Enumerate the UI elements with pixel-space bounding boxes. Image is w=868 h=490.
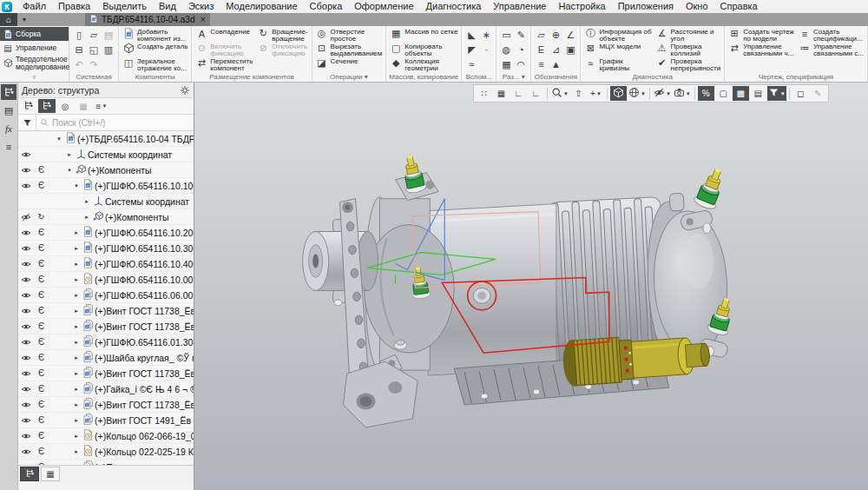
- dropdown-caret-icon[interactable]: ▼: [780, 91, 786, 96]
- ribbon-button-note-angle[interactable]: ∠: [563, 28, 577, 42]
- dropdown-caret-icon[interactable]: ▼: [596, 91, 602, 96]
- ribbon-button-curvature-graph[interactable]: ≈График кривизны: [583, 57, 652, 71]
- ribbon-button-layout-pen[interactable]: ✎: [514, 28, 528, 42]
- visibility-eye-icon[interactable]: [18, 228, 34, 238]
- tree-item[interactable]: ▾(+)ТБДР.654116.10-04 ТБДР.654116.10-04: [18, 131, 194, 147]
- ribbon-button-folder-open[interactable]: ▱: [87, 28, 101, 42]
- ribbon-button-layout-part[interactable]: ◔: [514, 43, 528, 56]
- visibility-eye-icon[interactable]: [18, 243, 34, 254]
- tree-toolbar-tree-relations[interactable]: ◎: [56, 99, 74, 113]
- view-button-workspace-pages[interactable]: ▢: [715, 86, 732, 101]
- tree-item[interactable]: Є▸(+)ГШФЮ.654116.10.002-01 ГШФЮ.654116.1…: [18, 272, 194, 288]
- ribbon-button-doc-new[interactable]: ▯: [72, 28, 86, 42]
- menu-Вид[interactable]: Вид: [153, 0, 182, 13]
- ribbon-button-section[interactable]: ◪Сечение: [315, 57, 384, 71]
- tree-toolbar-tree-composition[interactable]: [38, 99, 56, 113]
- filter-funnel-icon[interactable]: [18, 115, 36, 130]
- view-button-simplified-display[interactable]: %: [698, 86, 714, 101]
- ribbon-button-create-spec[interactable]: ≡Создать спецификаци...: [798, 28, 865, 42]
- expand-arrow-icon[interactable]: ▸: [72, 323, 81, 330]
- tree-item[interactable]: Є▸(+)Шайба круглая_ ©Ў гўГ«. 4 ГЬ: [18, 350, 194, 366]
- dropdown-caret-icon[interactable]: ▼: [102, 103, 107, 109]
- strip-panel-tree[interactable]: [1, 84, 16, 100]
- tree-item[interactable]: Є▾(+)ГШФЮ.654116.10.100-04 ГШФЮ.654116.1…: [18, 178, 194, 194]
- expand-arrow-icon[interactable]: ▸: [65, 151, 74, 158]
- expand-arrow-icon[interactable]: ▸: [72, 354, 81, 361]
- ribbon-button-coincide[interactable]: AСовпадение: [194, 28, 253, 42]
- ribbon-button-manage-specs[interactable]: ≔Управление связанными с...: [798, 43, 865, 56]
- viewport-3d[interactable]: ∷▦∟∟▼⇧+▼▼▼▼%▢▩▤▼◻✎: [194, 83, 868, 490]
- view-button-orientation-walk[interactable]: +▼: [588, 86, 604, 101]
- menu-Справка[interactable]: Справка: [714, 0, 764, 13]
- tree-toolbar-tree-structure[interactable]: [20, 99, 37, 113]
- visibility-eye-icon[interactable]: [18, 431, 34, 441]
- visibility-eye-icon[interactable]: [18, 400, 34, 410]
- ribbon-button-hole-simple[interactable]: ◎Отверстие простое: [315, 28, 384, 42]
- expand-arrow-icon[interactable]: ▸: [72, 386, 81, 393]
- expand-arrow-icon[interactable]: ▾: [72, 182, 81, 189]
- ribbon-button-geometry-collection[interactable]: ◆Коллекция геометрии: [389, 57, 458, 71]
- dropdown-caret-icon[interactable]: ▼: [641, 91, 646, 96]
- expand-arrow-icon[interactable]: ▾: [65, 167, 74, 174]
- tree-item[interactable]: Є▸(+)Винт ГОСТ 11738_Ёв М3-6 А2 Винт ГОС…: [18, 319, 194, 334]
- menu-Правка[interactable]: Правка: [52, 0, 96, 13]
- dropdown-caret-icon[interactable]: ▼: [666, 91, 671, 96]
- tree-item[interactable]: Є▸(+)ГШФЮ.654116.10.200new4 ГШФЮ.654116.…: [18, 225, 194, 241]
- ribbon-button-print[interactable]: ⊟: [72, 43, 86, 56]
- ribbon-button-aux-axis[interactable]: ∗: [479, 28, 493, 42]
- tree-item[interactable]: Є▸(+)ГШФЮ.654116.10.400-04 ГШФЮ.654116.1…: [18, 256, 194, 272]
- view-button-local-cs[interactable]: ∟: [510, 86, 527, 101]
- ribbon-button-aux-plane2[interactable]: ◤: [464, 43, 478, 56]
- menu-Приложения[interactable]: Приложения: [612, 0, 680, 13]
- menu-Управление[interactable]: Управление: [487, 0, 552, 13]
- ribbon-button-array-grid[interactable]: ▦Массив по сетке: [389, 28, 458, 42]
- visibility-eye-icon[interactable]: [18, 337, 34, 348]
- expand-arrow-icon[interactable]: ▸: [72, 229, 81, 236]
- expand-arrow-icon[interactable]: ▸: [72, 276, 81, 283]
- expand-arrow-icon[interactable]: ▸: [72, 261, 81, 268]
- tree-item[interactable]: Є▸(+)Винт ГОСТ 11738_Ёв М3-8 А2 Винт ГОС…: [18, 397, 194, 413]
- tree-item[interactable]: ▸Системы координат: [18, 194, 194, 209]
- menu-Диагностика[interactable]: Диагностика: [420, 0, 488, 13]
- panel-tab-composition[interactable]: ▦: [41, 467, 60, 481]
- tree-item[interactable]: ▸Системы координат: [18, 147, 194, 162]
- ribbon-button-save-as[interactable]: ▥: [102, 43, 115, 56]
- tree-item[interactable]: Є▾(+)Компоненты: [18, 162, 194, 178]
- view-button-display-wireframe[interactable]: ▼: [628, 86, 647, 101]
- view-button-local-cs-2[interactable]: ∟: [528, 86, 544, 101]
- view-button-display-solid[interactable]: [610, 86, 627, 101]
- ribbon-button-rotate-rotate[interactable]: ↻Вращение- вращение: [256, 28, 308, 42]
- visibility-eye-icon[interactable]: [18, 415, 34, 426]
- visibility-eye-icon[interactable]: [18, 181, 34, 191]
- tree-item[interactable]: Є▸(+)Винт ГОСТ 11738_Ёв М4-20 А2 Винт ГО…: [18, 366, 194, 381]
- tree-item[interactable]: Є▸(+)Кольцо 062-066-19_068-072 Кольцо 06…: [18, 428, 194, 444]
- visibility-eye-icon[interactable]: [18, 353, 34, 363]
- tree-item[interactable]: ↻▸(+)Компоненты: [18, 209, 194, 225]
- ribbon-button-aux-point[interactable]: ·: [479, 43, 493, 56]
- tree-item[interactable]: Є▸(+)Кольцо 022-025-19 Кольцо 022-025-19: [18, 444, 194, 460]
- visibility-eye-icon[interactable]: [18, 447, 34, 457]
- ribbon-button-cut-extrude[interactable]: ⊡Вырезать выдавливанием: [315, 43, 384, 56]
- ribbon-button-layout-sphere[interactable]: ◍: [499, 43, 513, 56]
- dropdown-caret-icon[interactable]: ▼: [563, 91, 569, 96]
- panel-tab-structure[interactable]: [20, 467, 39, 481]
- expand-arrow-icon[interactable]: ▸: [82, 214, 91, 221]
- ribbon-button-object-info[interactable]: ⓘИнформация об объекте: [583, 28, 652, 42]
- workspace-tab-1[interactable]: ▤Управление: [0, 41, 69, 55]
- expand-arrow-icon[interactable]: ▸: [72, 433, 81, 440]
- visibility-eye-icon[interactable]: [18, 275, 34, 285]
- ribbon-button-note-eraser[interactable]: ▱: [534, 28, 548, 42]
- view-button-scene-settings[interactable]: ▤: [750, 86, 766, 101]
- ribbon-button-continuity-check[interactable]: ✔Проверка непрерывности: [655, 57, 722, 71]
- menu-Файл[interactable]: Файл: [16, 0, 52, 13]
- expand-arrow-icon[interactable]: ▸: [72, 417, 81, 424]
- home-menu-caret-icon[interactable]: ▼: [17, 13, 31, 26]
- view-button-orientation-up[interactable]: ⇧: [570, 86, 587, 101]
- ribbon-button-collision-check[interactable]: ⚠Проверка коллизий: [655, 43, 722, 56]
- ribbon-button-add-component[interactable]: Добавить компонент из...: [122, 28, 188, 42]
- expand-arrow-icon[interactable]: ▸: [72, 308, 81, 315]
- tree-item[interactable]: Є▸(+)Винт ГОСТ 11738_Ёв М4-12 А2 Винт ГО…: [18, 303, 194, 319]
- ribbon-button-copy-objects[interactable]: ▢Копировать объекты: [389, 43, 458, 56]
- tree-item[interactable]: Є▸(+)ГШФЮ.654116.06.003 ГШФЮ.654116.06.0…: [18, 288, 194, 303]
- expand-arrow-icon[interactable]: ▸: [82, 198, 91, 205]
